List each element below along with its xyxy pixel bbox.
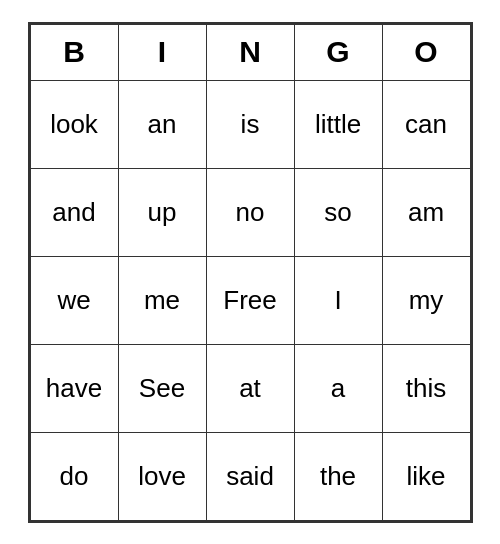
table-cell: the xyxy=(294,432,382,520)
table-cell: See xyxy=(118,344,206,432)
table-row: andupnosoam xyxy=(30,168,470,256)
table-cell: an xyxy=(118,80,206,168)
bingo-body: lookanislittlecanandupnosoamwemeFreeImyh… xyxy=(30,80,470,520)
table-cell: at xyxy=(206,344,294,432)
table-cell: do xyxy=(30,432,118,520)
table-cell: look xyxy=(30,80,118,168)
bingo-card: B I N G O lookanislittlecanandupnosoamwe… xyxy=(28,22,473,523)
table-cell: like xyxy=(382,432,470,520)
table-cell: Free xyxy=(206,256,294,344)
header-o: O xyxy=(382,24,470,80)
table-cell: me xyxy=(118,256,206,344)
table-cell: we xyxy=(30,256,118,344)
table-cell: and xyxy=(30,168,118,256)
table-cell: my xyxy=(382,256,470,344)
table-cell: this xyxy=(382,344,470,432)
table-cell: so xyxy=(294,168,382,256)
table-cell: am xyxy=(382,168,470,256)
table-row: wemeFreeImy xyxy=(30,256,470,344)
header-i: I xyxy=(118,24,206,80)
table-cell: I xyxy=(294,256,382,344)
table-cell: little xyxy=(294,80,382,168)
table-cell: no xyxy=(206,168,294,256)
table-cell: is xyxy=(206,80,294,168)
header-row: B I N G O xyxy=(30,24,470,80)
header-g: G xyxy=(294,24,382,80)
table-row: haveSeeatathis xyxy=(30,344,470,432)
bingo-table: B I N G O lookanislittlecanandupnosoamwe… xyxy=(30,24,471,521)
table-row: lookanislittlecan xyxy=(30,80,470,168)
header-n: N xyxy=(206,24,294,80)
table-cell: love xyxy=(118,432,206,520)
table-cell: can xyxy=(382,80,470,168)
table-row: dolovesaidthelike xyxy=(30,432,470,520)
table-cell: a xyxy=(294,344,382,432)
table-cell: up xyxy=(118,168,206,256)
table-cell: have xyxy=(30,344,118,432)
table-cell: said xyxy=(206,432,294,520)
header-b: B xyxy=(30,24,118,80)
